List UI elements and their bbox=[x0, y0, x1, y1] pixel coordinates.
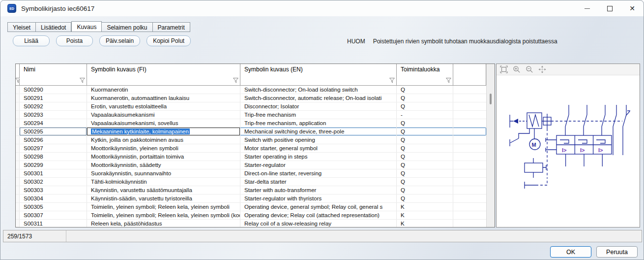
cell-name[interactable]: S00307 bbox=[20, 211, 87, 219]
cell-description-fi[interactable]: Kuormanerotin bbox=[87, 86, 240, 94]
cell-description-fi[interactable]: Releen kela, päästöhidastus bbox=[87, 220, 240, 227]
column-header-symbolin-kuvaus-fi[interactable]: Symbolin kuvaus (FI) bbox=[87, 64, 240, 75]
cell-name[interactable]: S00295 bbox=[20, 128, 87, 135]
cell-description-fi[interactable]: Erotin, varustettu estolaitteella bbox=[87, 102, 240, 110]
cell-class[interactable]: K bbox=[397, 203, 453, 211]
lis-button[interactable]: Lisää bbox=[13, 35, 50, 46]
row-header-cell[interactable] bbox=[16, 211, 20, 219]
cell-class[interactable]: K bbox=[397, 220, 453, 227]
row-header-cell[interactable] bbox=[16, 94, 20, 102]
cell-class[interactable]: Q bbox=[397, 128, 453, 135]
preview-canvas[interactable]: I> I> I> M bbox=[497, 75, 640, 227]
column-header-nimi[interactable]: Nimi bbox=[20, 64, 87, 75]
cell-description-fi[interactable]: Kytkin, joilla on pakkotoiminen avaus bbox=[87, 136, 240, 144]
zoom-in-button[interactable] bbox=[512, 65, 521, 74]
cell-description-fi[interactable]: Tähti-kolmiokäynnistin bbox=[87, 178, 240, 186]
cell-name[interactable]: S00296 bbox=[20, 136, 87, 144]
cell-description-fi[interactable]: Kuormanerotin, automaattinen laukaisu bbox=[87, 94, 240, 102]
ok-button[interactable]: OK bbox=[550, 246, 591, 258]
row-header-cell[interactable] bbox=[16, 144, 20, 152]
cell-description-en[interactable]: Star-delta starter bbox=[240, 178, 397, 186]
cell-description-en[interactable]: Trip-free mechanism, application bbox=[240, 119, 397, 127]
cell-description-fi[interactable]: Suorakäynnistin, suunnanvaihto bbox=[87, 169, 240, 177]
cell-name[interactable]: S00291 bbox=[20, 94, 87, 102]
cell-description-fi[interactable]: Vapaalaukaisumekanismi bbox=[87, 111, 240, 119]
row-header-cell[interactable] bbox=[16, 169, 20, 177]
cell-class[interactable]: Q bbox=[397, 94, 453, 102]
table-row[interactable]: S00305Toimielin, yleinen symboli; Releen… bbox=[16, 203, 486, 211]
cell-description-en[interactable]: Starter operating in steps bbox=[240, 153, 397, 161]
cancel-button[interactable]: Peruuta bbox=[596, 246, 638, 258]
cell-description-fi[interactable]: Käynnistin, varustettu säästömuuntajalla bbox=[87, 186, 240, 194]
table-row[interactable]: S00298Moottorikäynnistin, portaittain to… bbox=[16, 153, 486, 161]
scrollbar-thumb[interactable] bbox=[490, 94, 492, 104]
row-header-cell[interactable] bbox=[16, 153, 20, 161]
cell-name[interactable]: S00293 bbox=[20, 111, 87, 119]
table-row[interactable]: S00303Käynnistin, varustettu säästömuunt… bbox=[16, 186, 486, 195]
cell-description-en[interactable]: Switch-disconnector, automatic release; … bbox=[240, 94, 397, 102]
cell-description-fi[interactable]: Toimielin, yleinen symboli; Releen kela,… bbox=[87, 211, 240, 219]
table-row[interactable]: S00294Vapaalaukaisumekanismi, sovellusTr… bbox=[16, 119, 486, 128]
table-row[interactable]: S00296Kytkin, joilla on pakkotoiminen av… bbox=[16, 136, 486, 144]
cell-class[interactable]: Q bbox=[397, 169, 453, 177]
zoom-extents-button[interactable] bbox=[499, 65, 508, 74]
poista-button[interactable]: Poista bbox=[56, 35, 93, 46]
cell-description-en[interactable]: Operating device; Relay coil (attached r… bbox=[240, 211, 397, 219]
cell-name[interactable]: S00311 bbox=[20, 220, 87, 227]
cell-class[interactable]: K bbox=[397, 211, 453, 219]
row-header-cell[interactable] bbox=[16, 220, 20, 227]
cell-name[interactable]: S00301 bbox=[20, 169, 87, 177]
row-header-cell[interactable] bbox=[16, 178, 20, 186]
filter-input-symbolin-kuvaus-fi[interactable] bbox=[87, 75, 240, 85]
cell-description-en[interactable]: Mechanical switching device, three-pole bbox=[240, 128, 397, 135]
cell-class[interactable]: Q bbox=[397, 102, 453, 110]
table-row[interactable]: S00307Toimielin, yleinen symboli; Releen… bbox=[16, 211, 486, 220]
table-row[interactable]: S00297Moottorikäynnistin, yleinen symbol… bbox=[16, 144, 486, 153]
cell-description-fi[interactable]: Käynnistin-säädin, varustettu tyristorei… bbox=[87, 195, 240, 202]
kopioi-polut-button[interactable]: Kopioi Polut bbox=[146, 35, 191, 46]
cell-name[interactable]: S00303 bbox=[20, 186, 87, 194]
cell-description-en[interactable]: Switch with positive opening bbox=[240, 136, 397, 144]
cell-class[interactable]: Q bbox=[397, 178, 453, 186]
cell-class[interactable]: - bbox=[397, 111, 453, 119]
cell-description-en[interactable]: Starter-regulator bbox=[240, 161, 397, 169]
cell-name[interactable]: S00294 bbox=[20, 119, 87, 127]
cell-description-en[interactable]: Switch-disconnector; On-load isolating s… bbox=[240, 86, 397, 94]
maximize-button[interactable] bbox=[598, 0, 621, 16]
filter-input-toimintaluokka[interactable] bbox=[397, 75, 453, 85]
cell-description-fi[interactable]: Moottorikäynnistin, säädetty bbox=[87, 161, 240, 169]
cell-name[interactable]: S00298 bbox=[20, 153, 87, 161]
table-row[interactable]: S00299Moottorikäynnistin, säädettyStarte… bbox=[16, 161, 486, 169]
table-row[interactable]: S00295Mekaaninen kytkinlaite, kolminapai… bbox=[16, 128, 486, 136]
cell-class[interactable]: Q bbox=[397, 161, 453, 169]
cell-name[interactable]: S00299 bbox=[20, 161, 87, 169]
cell-class[interactable]: Q bbox=[397, 186, 453, 194]
cell-description-en[interactable]: Operating device, general symbol; Relay … bbox=[240, 203, 397, 211]
cell-description-fi[interactable]: Vapaalaukaisumekanismi, sovellus bbox=[87, 119, 240, 127]
table-row[interactable]: S00311Releen kela, päästöhidastusRelay c… bbox=[16, 220, 486, 227]
row-header-cell[interactable] bbox=[16, 186, 20, 194]
cell-class[interactable]: Q bbox=[397, 86, 453, 94]
tab-parametrit[interactable]: Parametrit bbox=[153, 22, 190, 32]
zoom-out-button[interactable] bbox=[525, 65, 533, 74]
cell-description-en[interactable]: Disconnector; Isolator bbox=[240, 102, 397, 110]
row-header-cell[interactable] bbox=[16, 111, 20, 119]
table-scrollbar[interactable] bbox=[486, 64, 495, 227]
table-row[interactable]: S00290KuormanerotinSwitch-disconnector; … bbox=[16, 86, 486, 94]
table-row[interactable]: S00291Kuormanerotin, automaattinen lauka… bbox=[16, 94, 486, 102]
row-header-cell[interactable] bbox=[16, 203, 20, 211]
cell-name[interactable]: S00297 bbox=[20, 144, 87, 152]
filter-input-symbolin-kuvaus-en[interactable] bbox=[240, 75, 397, 85]
tab-lis-tiedot[interactable]: Lisätiedot bbox=[36, 22, 71, 32]
cell-class[interactable]: Q bbox=[397, 119, 453, 127]
table-row[interactable]: S00293VapaalaukaisumekanismiTrip-free me… bbox=[16, 111, 486, 119]
cell-name[interactable]: S00302 bbox=[20, 178, 87, 186]
table-row[interactable]: S00304Käynnistin-säädin, varustettu tyri… bbox=[16, 195, 486, 203]
row-header-cell[interactable] bbox=[16, 136, 20, 144]
table-row[interactable]: S00301Suorakäynnistin, suunnanvaihtoDire… bbox=[16, 169, 486, 178]
cell-description-en[interactable]: Starter with auto-transformer bbox=[240, 186, 397, 194]
p-iv-selain-button[interactable]: Päiv.selain bbox=[99, 35, 140, 46]
cell-description-en[interactable]: Motor starter, general symbol bbox=[240, 144, 397, 152]
cell-name[interactable]: S00305 bbox=[20, 203, 87, 211]
close-button[interactable]: ✕ bbox=[621, 0, 644, 16]
